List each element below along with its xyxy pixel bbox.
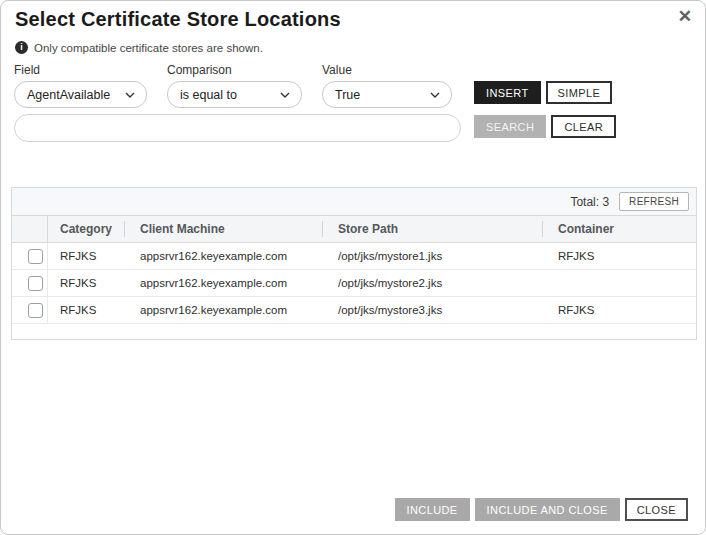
info-note-text: Only compatible certificate stores are s…: [34, 42, 263, 54]
field-select-value: AgentAvailable: [27, 88, 110, 102]
table-header-row: Category Client Machine Store Path Conta…: [12, 216, 696, 243]
comparison-select[interactable]: is equal to: [167, 81, 302, 108]
dialog-footer-buttons: INCLUDE INCLUDE AND CLOSE CLOSE: [395, 498, 689, 521]
cell-store-path: /opt/jks/mystore1.jks: [326, 243, 546, 269]
cell-client-machine: appsrvr162.keyexample.com: [128, 270, 326, 296]
search-clear-button-row: SEARCH CLEAR: [474, 115, 616, 138]
comparison-select-value: is equal to: [180, 88, 237, 102]
insert-simple-button-row: INSERT SIMPLE: [474, 81, 612, 104]
insert-button[interactable]: INSERT: [474, 81, 541, 104]
cell-container: [546, 270, 696, 296]
search-button[interactable]: SEARCH: [474, 115, 546, 138]
column-header-container[interactable]: Container: [546, 216, 696, 242]
info-note: i Only compatible certificate stores are…: [15, 41, 263, 54]
column-header-store-path[interactable]: Store Path: [326, 216, 546, 242]
cell-client-machine: appsrvr162.keyexample.com: [128, 243, 326, 269]
cell-category: RFJKS: [48, 243, 128, 269]
value-select[interactable]: True: [322, 81, 452, 108]
chevron-down-icon: [280, 92, 290, 98]
value-select-value: True: [335, 88, 360, 102]
cell-container: RFJKS: [546, 297, 696, 323]
column-header-category[interactable]: Category: [48, 216, 128, 242]
cell-container: RFJKS: [546, 243, 696, 269]
chevron-down-icon: [125, 92, 135, 98]
close-icon[interactable]: ✕: [678, 7, 692, 27]
row-checkbox[interactable]: [28, 276, 43, 291]
field-group: Field AgentAvailable: [14, 63, 147, 108]
column-header-client-machine[interactable]: Client Machine: [128, 216, 326, 242]
certificate-store-table: Total: 3 REFRESH Category Client Machine…: [11, 187, 697, 340]
cell-store-path: /opt/jks/mystore2.jks: [326, 270, 546, 296]
value-group: Value True: [322, 63, 452, 108]
field-select[interactable]: AgentAvailable: [14, 81, 147, 108]
query-input[interactable]: [14, 114, 461, 142]
select-certificate-store-locations-dialog: Select Certificate Store Locations ✕ i O…: [0, 0, 706, 535]
field-label: Field: [14, 63, 147, 77]
include-button[interactable]: INCLUDE: [395, 498, 470, 521]
comparison-label: Comparison: [167, 63, 302, 77]
table-row[interactable]: RFJKS appsrvr162.keyexample.com /opt/jks…: [12, 270, 696, 297]
simple-button[interactable]: SIMPLE: [546, 81, 613, 104]
row-checkbox[interactable]: [28, 303, 43, 318]
cell-client-machine: appsrvr162.keyexample.com: [128, 297, 326, 323]
total-count: Total: 3: [570, 195, 609, 209]
page-title: Select Certificate Store Locations: [15, 8, 341, 31]
table-row[interactable]: RFJKS appsrvr162.keyexample.com /opt/jks…: [12, 243, 696, 270]
value-label: Value: [322, 63, 452, 77]
table-toolbar: Total: 3 REFRESH: [12, 188, 696, 216]
chevron-down-icon: [430, 92, 440, 98]
cell-store-path: /opt/jks/mystore3.jks: [326, 297, 546, 323]
comparison-group: Comparison is equal to: [167, 63, 302, 108]
table-footer-spacer: [12, 324, 696, 339]
row-checkbox[interactable]: [28, 249, 43, 264]
select-all-column-header: [12, 216, 48, 242]
row-checkbox-cell: [12, 270, 48, 296]
clear-button[interactable]: CLEAR: [551, 115, 616, 138]
row-checkbox-cell: [12, 297, 48, 323]
info-icon: i: [15, 41, 28, 54]
include-and-close-button[interactable]: INCLUDE AND CLOSE: [475, 498, 620, 521]
cell-category: RFJKS: [48, 270, 128, 296]
refresh-button[interactable]: REFRESH: [619, 192, 689, 211]
cell-category: RFJKS: [48, 297, 128, 323]
table-row[interactable]: RFJKS appsrvr162.keyexample.com /opt/jks…: [12, 297, 696, 324]
row-checkbox-cell: [12, 243, 48, 269]
close-button[interactable]: CLOSE: [625, 498, 688, 521]
